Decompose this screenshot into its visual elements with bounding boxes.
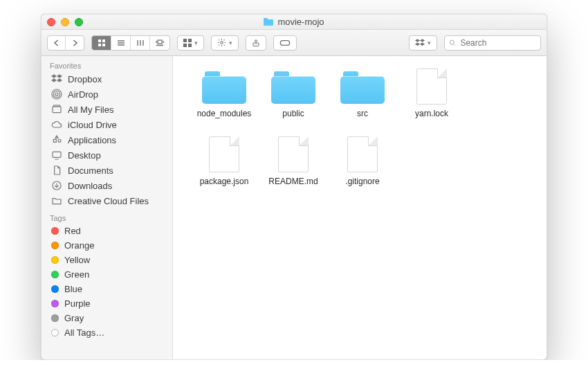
arrange-button[interactable]: ▾ <box>177 35 204 51</box>
svg-rect-28 <box>53 152 61 157</box>
window-title: movie-mojo <box>277 17 324 27</box>
tag-dot-icon <box>51 271 59 278</box>
sidebar-item-label: All Tags… <box>64 327 104 338</box>
action-button[interactable]: ▾ <box>211 35 239 51</box>
file-item[interactable]: README.md <box>259 136 328 186</box>
list-view-button[interactable] <box>111 36 131 50</box>
sidebar-item-all-my-files[interactable]: All My Files <box>42 102 172 117</box>
sidebar-item-applications[interactable]: Applications <box>42 132 172 147</box>
finder-window: movie-mojo <box>41 14 547 360</box>
tag-dot-icon <box>51 300 59 307</box>
file-item[interactable]: public <box>259 69 328 118</box>
docs-icon <box>51 165 62 176</box>
file-item[interactable]: node_modules <box>190 69 259 118</box>
search-icon <box>449 39 456 47</box>
file-name: package.json <box>200 177 249 186</box>
svg-rect-10 <box>158 40 162 44</box>
sidebar-item-label: Gray <box>64 313 84 323</box>
desktop-icon <box>51 150 62 161</box>
titlebar: movie-mojo <box>42 15 546 30</box>
sidebar-item-documents[interactable]: Documents <box>42 163 172 178</box>
tag-dot-icon <box>51 256 59 264</box>
sidebar-item-label: Red <box>64 226 81 236</box>
sidebar-item-label: Applications <box>68 135 116 145</box>
traffic-lights <box>47 18 83 26</box>
chevron-down-icon: ▾ <box>194 39 198 46</box>
sidebar-item-label: AirDrop <box>68 89 98 100</box>
sidebar-item-desktop[interactable]: Desktop <box>42 147 172 163</box>
tag-dot-icon <box>51 227 59 235</box>
downloads-icon <box>51 180 62 191</box>
chevron-down-icon: ▾ <box>229 39 232 46</box>
svg-point-21 <box>450 40 454 44</box>
chevron-down-icon: ▾ <box>428 39 431 46</box>
tag-red[interactable]: Red <box>42 224 172 238</box>
file-icon <box>410 69 454 105</box>
search-input[interactable] <box>460 38 536 48</box>
tag-all-tags-[interactable]: All Tags… <box>42 325 172 340</box>
nav-buttons <box>47 35 84 51</box>
search-field[interactable] <box>444 35 541 51</box>
file-name: .gitignore <box>345 177 379 186</box>
file-item[interactable]: yarn.lock <box>397 69 466 118</box>
folder-icon <box>271 69 315 105</box>
folder-icon <box>202 69 246 105</box>
tag-yellow[interactable]: Yellow <box>42 253 172 267</box>
tag-green[interactable]: Green <box>42 267 172 282</box>
dropbox-toolbar-button[interactable]: ▾ <box>409 35 437 51</box>
svg-rect-2 <box>98 44 101 46</box>
svg-point-24 <box>53 91 59 97</box>
back-button[interactable] <box>48 36 66 50</box>
file-area[interactable]: node_modulespublicsrcyarn.lockpackage.js… <box>173 56 546 359</box>
svg-line-22 <box>454 44 455 45</box>
tag-dot-icon <box>51 329 59 336</box>
folder-icon <box>51 195 62 206</box>
coverflow-view-button[interactable] <box>150 36 169 50</box>
sidebar-item-creative-cloud-files[interactable]: Creative Cloud Files <box>42 193 172 208</box>
file-name: node_modules <box>197 109 252 118</box>
sidebar-item-icloud-drive[interactable]: iCloud Drive <box>42 117 172 132</box>
close-button[interactable] <box>47 18 55 26</box>
sidebar-item-label: Yellow <box>64 255 90 265</box>
icloud-icon <box>51 119 62 130</box>
favorites-section-label: Favorites <box>42 56 172 71</box>
file-item[interactable]: src <box>328 69 397 118</box>
svg-rect-20 <box>280 40 289 45</box>
column-view-button[interactable] <box>131 36 150 50</box>
file-item[interactable]: .gitignore <box>328 136 397 186</box>
svg-rect-14 <box>183 39 187 42</box>
airdrop-icon <box>51 89 62 100</box>
zoom-button[interactable] <box>75 18 83 26</box>
sidebar-item-label: Purple <box>64 298 91 309</box>
tag-blue[interactable]: Blue <box>42 282 172 296</box>
icon-view-button[interactable] <box>92 36 111 50</box>
sidebar-item-label: Orange <box>64 240 94 251</box>
sidebar-item-label: Dropbox <box>68 74 102 84</box>
svg-rect-26 <box>53 107 61 113</box>
tags-button[interactable] <box>273 35 297 51</box>
file-name: README.md <box>268 177 318 186</box>
sidebar: Favorites DropboxAirDropAll My FilesiClo… <box>42 56 173 359</box>
tag-purple[interactable]: Purple <box>42 296 172 311</box>
tag-dot-icon <box>51 285 59 293</box>
svg-rect-17 <box>188 44 192 47</box>
sidebar-item-airdrop[interactable]: AirDrop <box>42 87 172 102</box>
sidebar-item-label: Desktop <box>68 150 101 161</box>
sidebar-item-dropbox[interactable]: Dropbox <box>42 71 172 87</box>
sidebar-item-label: Blue <box>64 284 82 294</box>
forward-button[interactable] <box>66 36 84 50</box>
file-name: yarn.lock <box>415 109 448 118</box>
allfiles-icon <box>51 104 62 115</box>
tag-orange[interactable]: Orange <box>42 238 172 253</box>
file-name: src <box>357 109 368 118</box>
file-icon <box>202 136 246 172</box>
file-name: public <box>282 109 304 118</box>
sidebar-item-downloads[interactable]: Downloads <box>42 178 172 193</box>
folder-icon <box>264 18 273 26</box>
sidebar-item-label: Green <box>64 269 89 280</box>
toolbar: ▾ ▾ ▾ <box>42 30 546 56</box>
minimize-button[interactable] <box>61 18 69 26</box>
file-item[interactable]: package.json <box>190 136 259 186</box>
share-button[interactable] <box>246 35 266 51</box>
tag-gray[interactable]: Gray <box>42 311 172 325</box>
